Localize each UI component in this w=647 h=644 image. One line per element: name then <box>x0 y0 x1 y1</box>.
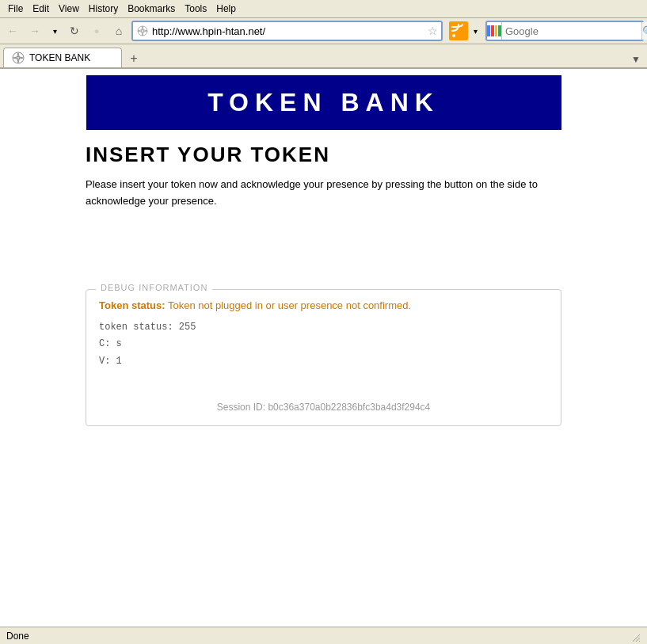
debug-status-line: token status: 255 <box>99 319 548 337</box>
bookmark-star-icon[interactable]: ☆ <box>428 25 438 37</box>
debug-session-id: Session ID: b0c36a370a0b22836bfc3ba4d3f2… <box>99 402 548 413</box>
reload-button[interactable]: ↻ <box>65 21 84 40</box>
forward-icon: → <box>29 25 40 37</box>
dropdown-icon: ▾ <box>53 27 57 36</box>
menu-bookmarks[interactable]: Bookmarks <box>123 2 180 16</box>
svg-point-2 <box>452 34 455 37</box>
menu-help[interactable]: Help <box>211 2 241 16</box>
home-icon: ⌂ <box>116 25 122 37</box>
new-tab-button[interactable]: + <box>125 50 143 67</box>
search-engine-button[interactable] <box>487 22 502 40</box>
page-content: INSERT YOUR TOKEN Please insert your tok… <box>0 143 647 210</box>
back-icon: ← <box>7 25 18 37</box>
debug-v-line: V: 1 <box>99 353 548 371</box>
toolbar: ← → ▾ ↻ ● ⌂ ☆ <box>0 18 647 44</box>
token-bank-banner: TOKEN BANK <box>86 75 561 130</box>
url-bar-container: ☆ <box>131 21 443 41</box>
debug-token-status: Token status: Token not plugged in or us… <box>99 299 548 311</box>
svg-line-4 <box>633 634 640 642</box>
menu-bar: File Edit View History Bookmarks Tools H… <box>0 0 647 18</box>
url-input[interactable] <box>152 25 424 37</box>
reload-icon: ↻ <box>70 25 79 37</box>
home-button[interactable]: ⌂ <box>109 21 128 40</box>
back-button[interactable]: ← <box>3 21 22 40</box>
stop-icon: ● <box>94 26 100 36</box>
debug-c-line: C: s <box>99 336 548 353</box>
browser-window: File Edit View History Bookmarks Tools H… <box>0 0 647 644</box>
forward-button[interactable]: → <box>25 21 44 40</box>
rss-dropdown-button[interactable]: ▾ <box>468 21 482 40</box>
search-icon: 🔍 <box>642 25 647 37</box>
tab-favicon <box>12 51 25 64</box>
resize-handle[interactable] <box>628 630 641 642</box>
debug-token-status-label: Token status: <box>99 299 166 311</box>
svg-point-0 <box>138 26 147 36</box>
tab-scroll-button[interactable]: ▼ <box>628 51 644 67</box>
insert-heading: INSERT YOUR TOKEN <box>86 143 561 167</box>
search-button[interactable]: 🔍 <box>641 22 647 40</box>
stop-button[interactable]: ● <box>87 21 106 40</box>
menu-history[interactable]: History <box>84 2 123 16</box>
tab-bar: TOKEN BANK + ▼ <box>0 44 647 69</box>
menu-tools[interactable]: Tools <box>180 2 211 16</box>
svg-line-6 <box>639 641 640 642</box>
insert-description: Please insert your token now and acknowl… <box>86 177 561 210</box>
status-text: Done <box>6 631 29 642</box>
nav-dropdown-button[interactable]: ▾ <box>48 21 62 40</box>
tab-token-bank[interactable]: TOKEN BANK <box>3 48 122 67</box>
rss-icon <box>449 21 468 40</box>
debug-label: DEBUG INFORMATION <box>96 283 212 292</box>
search-input[interactable] <box>502 25 641 37</box>
status-bar: Done <box>0 627 647 644</box>
menu-edit[interactable]: Edit <box>28 2 54 16</box>
search-container: 🔍 <box>485 21 644 41</box>
debug-container: DEBUG INFORMATION Token status: Token no… <box>86 289 561 427</box>
content-area: TOKEN BANK INSERT YOUR TOKEN Please inse… <box>0 69 647 627</box>
menu-view[interactable]: View <box>54 2 84 16</box>
webpage: TOKEN BANK INSERT YOUR TOKEN Please inse… <box>0 75 647 627</box>
token-bank-title: TOKEN BANK <box>99 88 549 117</box>
tab-label: TOKEN BANK <box>29 52 113 63</box>
debug-token-status-value-text: Token not plugged in or user presence no… <box>168 299 411 311</box>
menu-file[interactable]: File <box>3 2 28 16</box>
url-favicon <box>136 25 149 37</box>
tab-bar-right: ▼ <box>628 51 644 67</box>
